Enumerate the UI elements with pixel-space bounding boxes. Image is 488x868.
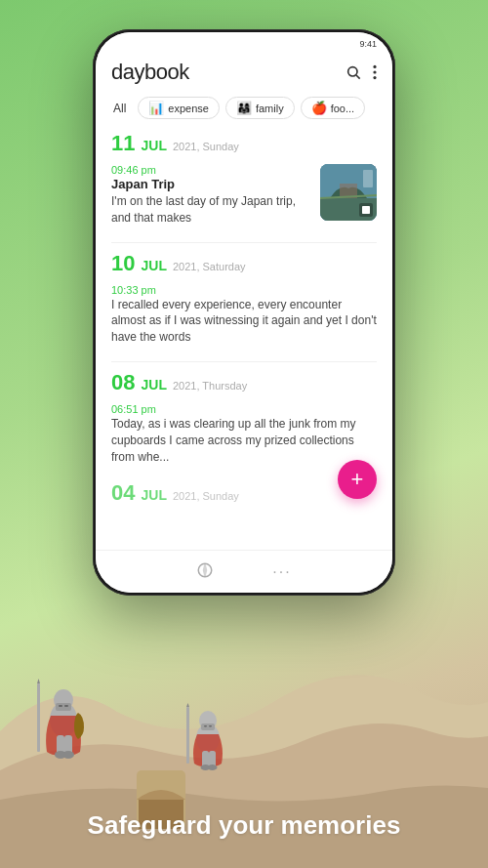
svg-rect-8 [64, 705, 68, 707]
day-header-jul04: 04 JUL 2021, Sunday [111, 480, 377, 506]
day-header-jul11: 11 JUL 2021, Sunday [111, 131, 377, 156]
add-entry-fab[interactable]: + [338, 460, 377, 499]
entry-jul10-1[interactable]: 10:33 pm I recalled every experience, ev… [111, 284, 377, 346]
scroll-content: 11 JUL 2021, Sunday 09:46 pm Japan Trip … [96, 127, 392, 550]
compass-nav-icon[interactable] [196, 561, 214, 583]
svg-marker-3 [37, 679, 40, 683]
svg-rect-2 [37, 683, 40, 752]
entry-text-jul11: I'm on the last day of my Japan trip, an… [111, 193, 312, 227]
day-num-jul11: 11 [111, 131, 135, 156]
day-meta-jul10: 2021, Saturday [173, 261, 246, 272]
day-meta-jul08: 2021, Thursday [173, 380, 247, 392]
entry-title-jul11: Japan Trip [111, 177, 312, 191]
entry-time-jul10: 10:33 pm [111, 284, 377, 296]
entry-time-jul08: 06:51 pm [111, 403, 377, 415]
day-meta-jul04: 2021, Sunday [173, 490, 239, 502]
thumb-overlay-icon [359, 203, 373, 217]
more-nav-icon[interactable]: ··· [272, 563, 291, 581]
svg-rect-7 [59, 705, 62, 707]
divider-2 [111, 361, 377, 362]
day-header-jul08: 08 JUL 2021, Thursday [111, 370, 377, 395]
filter-chip-expense[interactable]: 📊 expense [138, 97, 220, 119]
food-chip-label: foo... [331, 103, 354, 114]
svg-point-28 [373, 76, 376, 79]
svg-rect-6 [56, 703, 71, 711]
entry-content-jul08: 06:51 pm Today, as i was clearing up all… [111, 403, 377, 465]
knight-right [181, 703, 234, 790]
day-header-jul10: 10 JUL 2021, Saturday [111, 251, 377, 276]
entry-time-jul11: 09:46 pm [111, 164, 312, 176]
filter-all[interactable]: All [107, 100, 132, 117]
expense-chip-label: expense [168, 103, 209, 114]
food-chip-icon: 🍎 [311, 101, 327, 115]
day-num-jul04: 04 [111, 480, 135, 506]
phone-screen: 9:41 daybook [96, 32, 392, 593]
day-num-jul08: 08 [111, 370, 135, 395]
svg-marker-36 [204, 564, 207, 576]
svg-rect-19 [209, 725, 212, 727]
app-logo: daybook [111, 60, 189, 85]
filter-chip-food[interactable]: 🍎 foo... [301, 97, 365, 119]
phone-wrapper: 9:41 daybook [93, 29, 395, 596]
svg-rect-18 [204, 725, 207, 727]
status-bar: 9:41 [96, 32, 392, 56]
svg-rect-33 [363, 170, 373, 187]
app-header: daybook [96, 56, 392, 93]
bottom-nav: ··· [96, 550, 392, 593]
header-icons [346, 64, 377, 80]
filter-bar: All 📊 expense 👨‍👩‍👧 family 🍎 foo... [96, 93, 392, 127]
svg-point-12 [62, 751, 74, 759]
day-month-jul04: JUL [141, 487, 166, 503]
day-section-jul08: 08 JUL 2021, Thursday 06:51 pm Today, as… [111, 370, 377, 465]
svg-point-23 [208, 765, 218, 770]
day-section-jul04: 04 JUL 2021, Sunday [111, 480, 377, 506]
divider-1 [111, 242, 377, 243]
status-time: 9:41 [359, 39, 377, 49]
entry-jul11-1[interactable]: 09:46 pm Japan Trip I'm on the last day … [111, 164, 377, 227]
day-month-jul10: JUL [141, 258, 166, 273]
expense-chip-icon: 📊 [148, 101, 164, 115]
svg-rect-13 [186, 707, 189, 764]
day-month-jul08: JUL [141, 377, 166, 393]
svg-point-27 [373, 70, 376, 73]
knight-left [29, 679, 98, 780]
bottom-tagline: Safeguard your memories [0, 810, 488, 841]
day-num-jul10: 10 [111, 251, 135, 276]
fab-icon: + [351, 469, 364, 490]
family-chip-label: family [256, 103, 284, 114]
svg-point-26 [373, 65, 376, 68]
svg-marker-14 [186, 703, 189, 707]
entry-text-jul08: Today, as i was clearing up all the junk… [111, 416, 377, 465]
svg-rect-34 [362, 206, 370, 214]
day-section-jul10: 10 JUL 2021, Saturday 10:33 pm I recalle… [111, 251, 377, 346]
search-button[interactable] [346, 64, 361, 80]
entry-text-jul10: I recalled every experience, every encou… [111, 297, 377, 346]
svg-rect-17 [201, 723, 215, 730]
day-month-jul11: JUL [141, 138, 166, 153]
day-section-jul11: 11 JUL 2021, Sunday 09:46 pm Japan Trip … [111, 131, 377, 227]
svg-line-25 [356, 75, 360, 79]
more-menu-button[interactable] [373, 64, 377, 80]
entry-content-jul11: 09:46 pm Japan Trip I'm on the last day … [111, 164, 312, 227]
entry-thumbnail-jul11 [320, 164, 377, 221]
phone-shell: 9:41 daybook [93, 29, 395, 596]
day-meta-jul11: 2021, Sunday [173, 141, 239, 152]
family-chip-icon: 👨‍👩‍👧 [236, 101, 252, 115]
entry-jul08-1[interactable]: 06:51 pm Today, as i was clearing up all… [111, 403, 377, 465]
svg-point-24 [348, 67, 357, 76]
filter-chip-family[interactable]: 👨‍👩‍👧 family [225, 97, 295, 119]
entry-content-jul10: 10:33 pm I recalled every experience, ev… [111, 284, 377, 346]
